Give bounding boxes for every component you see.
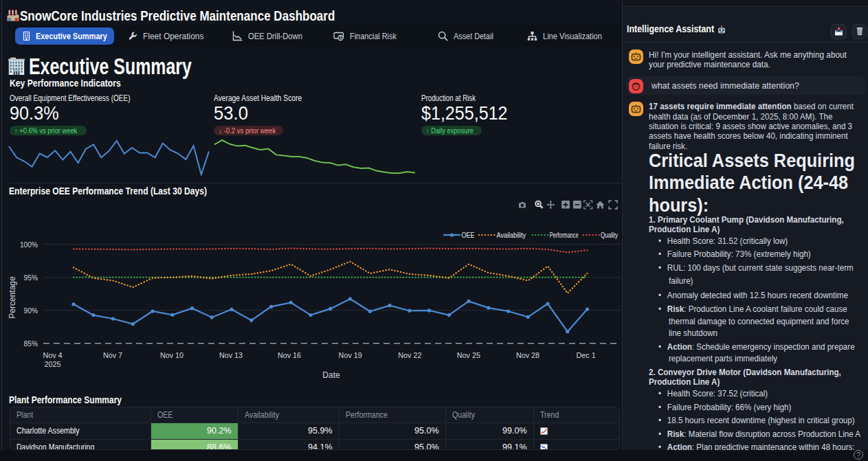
svg-text:Nov 4: Nov 4 — [43, 351, 62, 359]
svg-text:Nov 10: Nov 10 — [160, 351, 183, 359]
svg-text:Nov 25: Nov 25 — [457, 351, 480, 359]
svg-text:90%: 90% — [24, 307, 38, 315]
svg-text:Dec 1: Dec 1 — [576, 351, 595, 359]
svg-text:Performance: Performance — [550, 231, 579, 239]
svg-text:Date: Date — [322, 370, 340, 380]
svg-text:Availability: Availability — [497, 231, 526, 239]
svg-text:2025: 2025 — [44, 360, 60, 368]
svg-text:Nov 13: Nov 13 — [219, 351, 243, 359]
svg-text:Nov 28: Nov 28 — [516, 351, 539, 359]
svg-text:100%: 100% — [20, 241, 38, 249]
svg-text:95%: 95% — [24, 274, 38, 282]
svg-text:85%: 85% — [24, 340, 38, 348]
svg-text:Nov 7: Nov 7 — [103, 351, 122, 359]
svg-text:$: $ — [340, 35, 342, 40]
svg-text:Percentage: Percentage — [8, 276, 17, 319]
svg-text:Quality: Quality — [601, 231, 619, 239]
svg-text:Nov 22: Nov 22 — [398, 351, 421, 359]
svg-text:OEE: OEE — [462, 231, 475, 239]
svg-text:Nov 16: Nov 16 — [278, 351, 301, 359]
svg-text:Nov 19: Nov 19 — [339, 351, 362, 359]
